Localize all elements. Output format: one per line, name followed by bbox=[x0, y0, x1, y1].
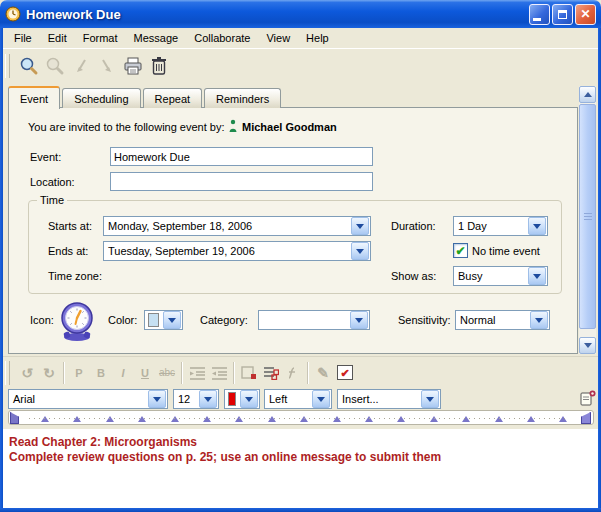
undo-icon: ↺ bbox=[21, 365, 33, 381]
italic-button[interactable]: I bbox=[112, 362, 134, 384]
chevron-down-icon[interactable] bbox=[350, 311, 368, 329]
tab-event[interactable]: Event bbox=[8, 86, 60, 109]
chevron-down-icon[interactable] bbox=[351, 242, 369, 260]
no-time-event-checkbox[interactable]: ✔ bbox=[453, 243, 468, 258]
show-as-select[interactable]: Busy bbox=[453, 266, 548, 286]
underline-button[interactable]: U bbox=[134, 362, 156, 384]
font-size-select[interactable]: 12 bbox=[173, 389, 219, 409]
separator bbox=[307, 362, 309, 384]
indent-button[interactable] bbox=[208, 362, 230, 384]
close-icon: ✕ bbox=[580, 8, 590, 20]
location-label: Location: bbox=[30, 176, 75, 188]
color-select[interactable] bbox=[144, 310, 183, 330]
insert-select[interactable]: Insert... bbox=[337, 389, 441, 409]
delete-button[interactable] bbox=[146, 53, 172, 79]
indent-icon bbox=[211, 366, 228, 380]
chevron-down-icon[interactable] bbox=[528, 217, 546, 235]
menu-message[interactable]: Message bbox=[126, 30, 187, 46]
chevron-down-icon[interactable] bbox=[351, 217, 369, 235]
title-bar[interactable]: Homework Due ✕ bbox=[0, 0, 601, 28]
invite-label: You are invited to the following event b… bbox=[28, 121, 225, 133]
menu-file[interactable]: File bbox=[6, 30, 40, 46]
insert-object-icon bbox=[241, 365, 257, 380]
right-indent-marker[interactable] bbox=[581, 412, 591, 424]
toolbar-grip[interactable] bbox=[5, 54, 10, 78]
starts-at-select[interactable]: Monday, September 18, 2006 bbox=[103, 216, 371, 236]
vertical-scrollbar[interactable] bbox=[579, 86, 596, 354]
alignment-value: Left bbox=[265, 393, 311, 405]
format-toolbar-grip[interactable] bbox=[5, 361, 10, 385]
maximize-button[interactable] bbox=[552, 4, 573, 25]
duration-label: Duration: bbox=[391, 220, 436, 232]
tab-reminders[interactable]: Reminders bbox=[204, 88, 281, 108]
paragraph-button[interactable]: P bbox=[68, 362, 90, 384]
sensitivity-value: Normal bbox=[456, 314, 529, 326]
chevron-down-icon[interactable] bbox=[163, 311, 181, 329]
message-body-editor[interactable]: Read Chapter 2: Microorganisms Complete … bbox=[3, 429, 598, 508]
ends-at-value: Tuesday, September 19, 2006 bbox=[104, 245, 350, 257]
sensitivity-label: Sensitivity: bbox=[398, 314, 451, 326]
bold-button[interactable]: B bbox=[90, 362, 112, 384]
close-button[interactable]: ✕ bbox=[575, 4, 596, 25]
font-family-select[interactable]: Arial bbox=[8, 389, 168, 409]
tab-repeat[interactable]: Repeat bbox=[143, 88, 202, 108]
event-input[interactable] bbox=[110, 147, 373, 166]
tab-scheduling[interactable]: Scheduling bbox=[62, 88, 140, 108]
ruler[interactable] bbox=[8, 410, 594, 425]
scroll-up-button[interactable] bbox=[579, 86, 596, 103]
main-toolbar bbox=[3, 48, 598, 83]
minimize-icon bbox=[533, 18, 541, 21]
sensitivity-select[interactable]: Normal bbox=[455, 310, 550, 330]
location-input[interactable] bbox=[110, 172, 373, 191]
font-color-select[interactable] bbox=[224, 389, 260, 409]
left-indent-marker[interactable] bbox=[10, 412, 19, 424]
print-button[interactable] bbox=[120, 53, 146, 79]
ends-at-select[interactable]: Tuesday, September 19, 2006 bbox=[103, 241, 371, 261]
font-toolbar: Arial 12 Left Insert... bbox=[3, 387, 598, 410]
checklist-button[interactable] bbox=[260, 362, 282, 384]
redo-button[interactable]: ↻ bbox=[38, 362, 60, 384]
category-select[interactable] bbox=[258, 310, 370, 330]
chevron-down-icon[interactable] bbox=[148, 390, 166, 408]
check-icon: ✔ bbox=[455, 246, 465, 256]
menu-view[interactable]: View bbox=[258, 30, 298, 46]
find-button[interactable] bbox=[16, 53, 42, 79]
strikethrough-button[interactable]: abc bbox=[156, 362, 178, 384]
scrollbar-thumb[interactable] bbox=[579, 104, 596, 329]
magnifier-icon bbox=[19, 56, 39, 76]
alignment-select[interactable]: Left bbox=[264, 389, 332, 409]
icon-label: Icon: bbox=[30, 314, 54, 326]
separator bbox=[63, 362, 65, 384]
insert-object-button[interactable] bbox=[238, 362, 260, 384]
menu-edit[interactable]: Edit bbox=[40, 30, 75, 46]
format-toolbar: ↺ ↻ P B I U abc bbox=[3, 356, 598, 388]
chevron-down-icon[interactable] bbox=[421, 390, 439, 408]
event-label: Event: bbox=[30, 151, 61, 163]
scroll-down-button[interactable] bbox=[579, 337, 596, 354]
find-next-button[interactable] bbox=[42, 53, 68, 79]
menu-format[interactable]: Format bbox=[75, 30, 126, 46]
window-border-bottom bbox=[0, 508, 601, 512]
chevron-down-icon[interactable] bbox=[240, 390, 258, 408]
minimize-button[interactable] bbox=[529, 4, 550, 25]
outdent-button[interactable] bbox=[186, 362, 208, 384]
chevron-down-icon[interactable] bbox=[528, 267, 546, 285]
field-icon bbox=[286, 366, 300, 380]
signature-button[interactable]: ✎ bbox=[312, 362, 334, 384]
duration-select[interactable]: 1 Day bbox=[453, 216, 548, 236]
category-label: Category: bbox=[200, 314, 248, 326]
chevron-down-icon[interactable] bbox=[530, 311, 548, 329]
spellcheck-button[interactable]: ✔ bbox=[334, 362, 356, 384]
menu-help[interactable]: Help bbox=[298, 30, 337, 46]
stationery-icon[interactable] bbox=[579, 389, 597, 407]
previous-arrow-icon bbox=[74, 58, 88, 74]
previous-button[interactable] bbox=[68, 53, 94, 79]
chevron-down-icon[interactable] bbox=[312, 390, 330, 408]
field-button[interactable] bbox=[282, 362, 304, 384]
editor-text: Read Chapter 2: Microorganisms Complete … bbox=[9, 435, 592, 465]
pen-icon: ✎ bbox=[317, 365, 329, 381]
menu-collaborate[interactable]: Collaborate bbox=[186, 30, 258, 46]
next-button[interactable] bbox=[94, 53, 120, 79]
chevron-down-icon[interactable] bbox=[199, 390, 217, 408]
undo-button[interactable]: ↺ bbox=[16, 362, 38, 384]
